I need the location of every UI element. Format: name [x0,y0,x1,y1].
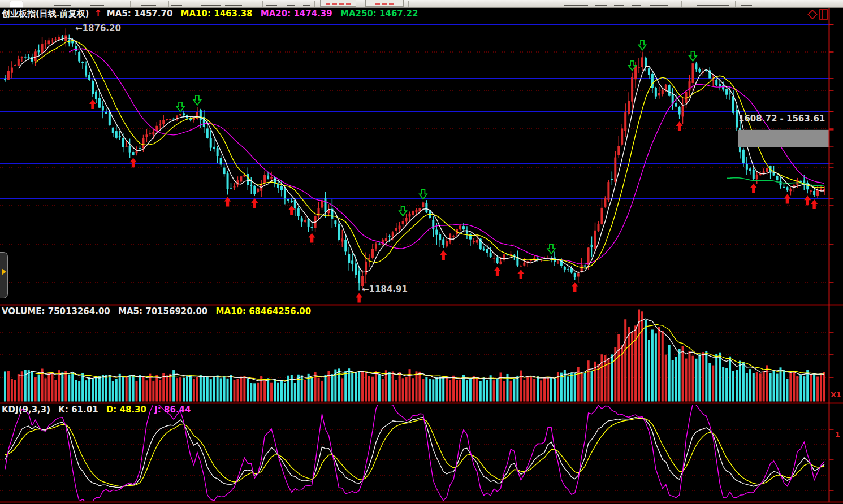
axis-ticks [829,25,834,490]
expand-arrow-icon [2,268,6,275]
main-chart-header: 创业板指(日线.前复权)↑MA5: 1457.70 MA10: 1463.38 … [2,8,423,19]
sell-arrow-icon [689,51,697,61]
toolbar-item-cutoff[interactable] [225,5,242,6]
toolbar-separator [735,1,736,7]
buy-arrow-icon [251,198,258,208]
toolbar-item-cutoff[interactable] [595,5,607,6]
kdj-panel-header: KDJ(9,3,3) K: 61.01 D: 48.30 J: 86.44 [2,405,196,415]
kdj-k-value: K: 61.01 [58,405,98,415]
toolbar-separator [130,1,131,7]
ma10-line [36,40,824,268]
chart-canvas[interactable] [0,0,843,504]
toolbar-separator [557,1,557,7]
ma10-value: MA10: 1463.38 [181,8,253,19]
buy-arrow-icon [89,99,96,109]
buy-arrow-icon [572,282,578,292]
signal-up-arrow-icon: ↑ [94,8,101,19]
volume-ma10-value: MA10: 68464256.00 [216,306,312,316]
kdj-name: KDJ(9,3,3) [2,405,50,415]
toolbar-button-quote-right[interactable] [365,0,404,7]
ma250-line [727,178,824,186]
gap-box [738,130,829,147]
trading-app-window: 创业板指(日线.前复权)↑MA5: 1457.70 MA10: 1463.38 … [0,0,843,504]
volume-bars [4,310,825,402]
top-toolbar [0,0,843,8]
toolbar-item-cutoff[interactable] [54,5,71,6]
split-window-icon[interactable] [820,10,827,19]
toolbar-item-cutoff[interactable] [564,5,588,6]
low-price-label: ←1184.91 [362,284,408,294]
kdj-d-value: D: 48.30 [106,405,146,415]
sell-arrow-icon [420,189,427,199]
toolbar-separator [262,1,263,7]
kdj-grid [0,429,829,490]
buy-arrow-icon [811,199,818,209]
ma5-value: MA5: 1457.70 [107,8,173,19]
toolbar-separator [314,1,315,7]
kdj-d-line [5,418,824,486]
high-price-label: ←1876.20 [75,23,121,33]
volume-panel-header: VOLUME: 75013264.00 MA5: 70156920.00 MA1… [2,306,316,316]
buy-arrow-icon [750,183,757,193]
toolbar-button-quote-left[interactable] [320,0,356,7]
toolbar-item-cutoff[interactable] [90,5,104,6]
kdj-k-line [5,418,824,488]
buy-arrow-icon [440,250,447,260]
toolbar-item-cutoff[interactable] [697,5,729,6]
sell-arrow-icon [548,244,555,254]
buy-arrow-icon [356,293,362,303]
volume-axis-unit-label: X1 [831,390,841,399]
chart-corner-icons [809,10,828,19]
sell-arrow-icon [193,95,201,105]
toolbar-item-cutoff[interactable] [741,5,752,6]
toolbar-item-cutoff[interactable] [614,5,624,6]
ma20-value: MA20: 1474.39 [261,8,332,19]
kdj-j-value: J: 86.44 [154,405,191,415]
toolbar-separator [168,1,169,7]
toolbar-separator [408,1,409,7]
volume-grid [0,332,829,377]
buy-arrow-icon [130,158,137,167]
sell-arrow-icon [399,206,407,216]
gap-range-label: 1608.72 - 1563.61 [738,114,825,124]
volume-value: VOLUME: 75013264.00 [2,306,110,316]
gap-level-lines [0,25,829,199]
left-panel-toggle[interactable] [0,252,8,298]
toolbar-item-cutoff[interactable] [632,5,641,6]
buy-arrow-icon [804,195,811,205]
sell-arrow-icon [639,40,646,50]
sell-arrow-icon [177,102,184,112]
buy-arrow-icon [494,267,501,276]
ma250-value: MA250: 1467.22 [340,8,418,19]
toolbar-item-cutoff[interactable] [141,5,156,6]
toolbar-separator [362,1,362,7]
kdj-axis-label-cutoff: 1 [835,430,840,438]
toolbar-item-cutoff[interactable] [266,5,277,6]
buy-arrow-icon [309,233,315,243]
toolbar-item-cutoff[interactable] [171,5,182,6]
buy-arrow-icon [676,121,683,131]
symbol-title: 创业板指(日线.前复权) [2,8,89,19]
toolbar-item-cutoff[interactable] [201,5,221,6]
toolbar-separator [681,1,682,7]
candles [4,28,825,290]
toolbar-item-cutoff[interactable] [303,5,310,6]
toolbar-icon-cutoff[interactable] [10,1,23,8]
toolbar-separator [50,1,50,7]
signal-arrows [89,40,818,302]
toolbar-item-cutoff[interactable] [650,5,668,6]
buy-arrow-icon [517,270,524,279]
diamond-icon[interactable] [809,10,817,19]
volume-ma5-value: MA5: 70156920.00 [118,306,207,316]
toolbar-item-cutoff[interactable] [287,5,295,6]
